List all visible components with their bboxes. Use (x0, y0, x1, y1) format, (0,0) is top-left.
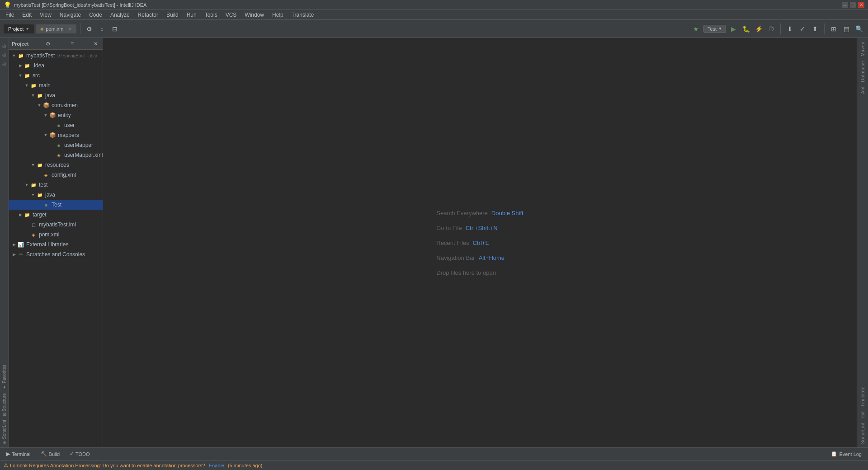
scratches-arrow: ▶ (11, 252, 17, 257)
tree-java[interactable]: ▼ 📁 java (9, 90, 103, 100)
vcs-update-button[interactable]: ⬇ (784, 24, 795, 34)
user-mapper-xml-label: userMapper.xml (64, 152, 103, 158)
run-config-dropdown: ▼ (718, 27, 722, 31)
vcs-commit-button[interactable]: ✓ (797, 24, 808, 34)
menu-edit[interactable]: Edit (19, 11, 35, 19)
translate-label[interactable]: Translate (859, 385, 866, 409)
tree-external-libs[interactable]: ▶ 📊 External Libraries (9, 240, 103, 249)
menu-translate[interactable]: Translate (288, 11, 318, 19)
java-label: java (45, 92, 55, 99)
favorites-label[interactable]: ✦ Favorites (2, 363, 7, 391)
menu-run[interactable]: Run (183, 11, 200, 19)
layout-button[interactable]: ⊞ (828, 24, 839, 34)
pom-xml-tab[interactable]: ◈ pom.xml ✕ (36, 24, 76, 33)
tree-target[interactable]: ▶ 📁 target (9, 210, 103, 220)
run-config-label: Test (708, 26, 717, 32)
test-class-label: Test (52, 202, 61, 208)
shortcut-list: Search Everywhere Double Shift Go to Fil… (436, 210, 523, 276)
run-button[interactable]: ▶ (728, 24, 739, 34)
tree-config-xml[interactable]: ◈ config.xml (9, 170, 103, 180)
menu-analyze[interactable]: Analyze (107, 11, 133, 19)
tree-test-class[interactable]: ● Test (9, 200, 103, 210)
recent-label: Recent Files (436, 240, 469, 246)
menu-view[interactable]: View (36, 11, 55, 19)
close-button[interactable]: ✕ (858, 2, 864, 8)
target-label: target (33, 212, 47, 218)
structure-label[interactable]: ⊞ Structure (2, 391, 7, 418)
todo-tab[interactable]: ✓ TODO (65, 450, 94, 458)
coverage-button[interactable]: ⚡ (753, 24, 764, 34)
minimize-button[interactable]: — (842, 2, 848, 8)
profile-button[interactable]: ⏱ (766, 24, 777, 34)
app-window: 💡 mybatisTest [D:\SpringBoot_idea\mybati… (0, 0, 868, 470)
user-mapper-xml-icon: ◈ (55, 151, 62, 159)
tree-entity[interactable]: ▼ 📦 entity (9, 110, 103, 120)
tree-user[interactable]: ● user (9, 120, 103, 130)
maximize-button[interactable]: □ (850, 2, 856, 8)
tree-iml[interactable]: ◻ mybatisTest.iml (9, 220, 103, 230)
tree-mappers[interactable]: ▼ 📦 mappers (9, 130, 103, 140)
project-tab[interactable]: Project ▼ (4, 24, 34, 33)
event-log-tab[interactable]: 📋 Event Log (826, 450, 866, 458)
menu-navigate[interactable]: Navigate (56, 11, 85, 19)
tree-root[interactable]: ▼ 📁 mybatisTest D:\SpringBoot_idea\ (9, 51, 103, 61)
shortcut-search: Search Everywhere Double Shift (436, 210, 523, 216)
tree-resources[interactable]: ▼ 📁 resources (9, 160, 103, 170)
tree-com-ximen[interactable]: ▼ 📦 com.ximen (9, 100, 103, 110)
tree-idea[interactable]: ▶ 📁 .idea (9, 61, 103, 70)
tree-scratches[interactable]: ▶ ✏ Scratches and Consoles (9, 249, 103, 259)
menu-build[interactable]: Build (163, 11, 182, 19)
collapse-button[interactable]: ⊟ (109, 24, 120, 34)
sonar-right-label[interactable]: SonarLint (859, 421, 866, 446)
search-key: Double Shift (491, 210, 524, 216)
tree-test-java[interactable]: ▼ 📁 java (9, 190, 103, 200)
scratches-icon: ✏ (17, 251, 24, 258)
test-class-icon: ● (42, 201, 50, 208)
menu-file[interactable]: File (2, 11, 18, 19)
run-configuration[interactable]: Test ▼ (703, 25, 726, 33)
menu-tools[interactable]: Tools (201, 11, 221, 19)
side-icon-3[interactable]: ◎ (0, 60, 9, 68)
vcs-push-button[interactable]: ⬆ (810, 24, 821, 34)
search-everywhere-button[interactable]: 🔍 (854, 24, 864, 34)
build-tab[interactable]: 🔨 Build (36, 450, 64, 458)
database-label[interactable]: Database (859, 59, 866, 84)
root-folder-icon: 📁 (17, 52, 24, 59)
enable-link[interactable]: Enable (209, 463, 224, 468)
debug-button[interactable]: 🐛 (741, 24, 751, 34)
bookmark-button[interactable]: ★ (691, 24, 702, 34)
tree-user-mapper-xml[interactable]: ◈ userMapper.xml (9, 150, 103, 160)
java-folder-icon: 📁 (36, 92, 43, 99)
tree-user-mapper[interactable]: ● userMapper (9, 140, 103, 150)
project-layout-button[interactable]: ≡ (68, 40, 76, 48)
git-label[interactable]: Git (859, 409, 866, 419)
tree-src[interactable]: ▼ 📁 src (9, 70, 103, 80)
event-log-icon: 📋 (831, 451, 837, 457)
menu-window[interactable]: Window (241, 11, 268, 19)
close-tab-icon[interactable]: ✕ (68, 27, 72, 31)
side-icon-1[interactable]: ◎ (0, 42, 9, 50)
menu-refactor[interactable]: Refactor (134, 11, 162, 19)
menu-vcs[interactable]: VCS (222, 11, 241, 19)
sonar-label[interactable]: ◈ SonarLint (2, 418, 7, 447)
menu-help[interactable]: Help (269, 11, 287, 19)
user-label: user (64, 122, 75, 128)
tree-main[interactable]: ▼ 📁 main (9, 80, 103, 90)
settings-button[interactable]: ⚙ (84, 24, 95, 34)
toolbar-separator-3 (824, 24, 825, 34)
terminal-tab[interactable]: ▶ Terminal (2, 450, 35, 458)
ext-libs-icon: 📊 (17, 241, 24, 248)
terminal-button[interactable]: ▤ (841, 24, 852, 34)
side-icon-2[interactable]: ◎ (0, 51, 9, 59)
project-settings-button[interactable]: ⚙ (44, 40, 52, 48)
sync-button[interactable]: ↕ (97, 24, 108, 34)
tree-test[interactable]: ▼ 📁 test (9, 180, 103, 190)
maven-label[interactable]: Maven (859, 40, 866, 58)
shortcut-recent: Recent Files Ctrl+E (436, 240, 523, 246)
src-folder-icon: 📁 (24, 72, 31, 79)
menu-code[interactable]: Code (85, 11, 106, 19)
ant-label[interactable]: Ant (859, 85, 866, 96)
side-left-panel: ◎ ◎ ◎ ✦ Favorites ⊞ Structure ◈ SonarLin… (0, 38, 9, 447)
project-collapse-button[interactable]: ✕ (92, 40, 100, 48)
tree-pom-xml[interactable]: ◈ pom.xml (9, 230, 103, 240)
